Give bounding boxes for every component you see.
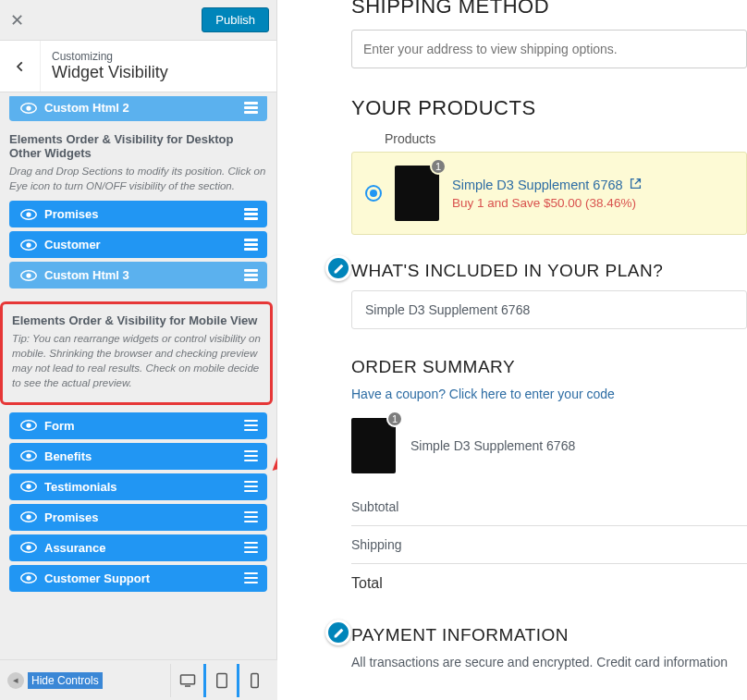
device-tablet-icon[interactable] <box>203 664 237 697</box>
shipping-address-input[interactable] <box>351 30 747 68</box>
widget-label: Custom Html 3 <box>39 268 244 282</box>
widget-customer-support[interactable]: Customer Support <box>9 565 267 592</box>
svg-point-9 <box>26 423 31 427</box>
product-image <box>395 166 439 221</box>
chevron-left-icon <box>14 60 27 73</box>
widget-customer-desktop[interactable]: Customer <box>9 231 267 258</box>
widget-form[interactable]: Form <box>9 412 267 439</box>
product-deal-text: Buy 1 and Save $50.00 (38.46%) <box>452 196 642 210</box>
total-label: Total <box>351 575 383 592</box>
payment-subtext: All transactions are secure and encrypte… <box>351 655 747 669</box>
hide-controls-link[interactable]: Hide Controls <box>28 672 103 689</box>
highlight-box-mobile: Elements Order & Visibility for Mobile V… <box>0 301 273 404</box>
page-title: Widget Visibility <box>52 63 168 82</box>
order-item-image <box>351 418 396 473</box>
quantity-badge: 1 <box>430 158 447 175</box>
order-item-name: Simple D3 Supplement 6768 <box>410 438 575 453</box>
svg-point-7 <box>26 273 31 277</box>
product-name-link[interactable]: Simple D3 Supplement 6768 <box>452 178 623 192</box>
widget-benefits[interactable]: Benefits <box>9 443 267 470</box>
widget-assurance[interactable]: Assurance <box>9 534 267 561</box>
product-radio[interactable] <box>365 185 382 202</box>
drag-handle-icon[interactable] <box>244 269 258 281</box>
svg-point-11 <box>26 453 31 458</box>
products-label: Products <box>385 131 747 146</box>
edit-shortcut-icon[interactable] <box>325 620 351 645</box>
drag-handle-icon[interactable] <box>244 450 258 462</box>
drag-handle-icon[interactable] <box>244 420 258 432</box>
drag-handle-icon[interactable] <box>244 239 258 251</box>
widget-label: Form <box>39 419 244 433</box>
drag-handle-icon[interactable] <box>244 511 258 523</box>
svg-point-1 <box>26 105 31 110</box>
eye-icon[interactable] <box>18 269 39 282</box>
eye-icon[interactable] <box>18 239 39 252</box>
your-products-title: YOUR PRODUCTS <box>351 96 747 120</box>
svg-point-17 <box>26 545 31 549</box>
device-desktop-icon[interactable] <box>170 664 203 697</box>
edit-shortcut-icon[interactable] <box>325 255 351 281</box>
section-title-mobile: Elements Order & Visibility for Mobile V… <box>12 313 261 327</box>
widget-label: Assurance <box>39 541 244 555</box>
section-tip-desktop: Drag and Drop Sections to modify its pos… <box>9 164 267 193</box>
widget-custom-html-3[interactable]: Custom Html 3 <box>9 262 267 289</box>
widget-label: Promises <box>39 510 244 524</box>
publish-button[interactable]: Publish <box>202 7 269 32</box>
svg-point-3 <box>26 212 31 216</box>
widget-label: Benefits <box>39 449 244 463</box>
shipping-method-title: SHIPPING METHOD <box>351 0 747 18</box>
product-card[interactable]: 1 Simple D3 Supplement 6768 Buy 1 and Sa… <box>351 152 747 235</box>
eye-icon[interactable] <box>18 480 39 493</box>
widget-testimonials[interactable]: Testimonials <box>9 473 267 500</box>
eye-icon[interactable] <box>18 541 39 554</box>
close-icon[interactable]: ✕ <box>7 10 26 31</box>
svg-point-19 <box>26 575 31 580</box>
coupon-link[interactable]: Have a coupon? Click here to enter your … <box>351 387 747 401</box>
widget-label: Testimonials <box>39 480 244 494</box>
svg-point-15 <box>26 514 31 519</box>
widget-promises-mobile[interactable]: Promises <box>9 504 267 531</box>
section-title-desktop: Elements Order & Visibility for Desktop … <box>9 132 267 160</box>
widget-label: Customer <box>39 238 244 252</box>
svg-rect-21 <box>216 673 227 687</box>
drag-handle-icon[interactable] <box>244 542 258 554</box>
svg-rect-20 <box>180 675 194 684</box>
drag-handle-icon[interactable] <box>244 572 258 584</box>
eye-icon[interactable] <box>18 102 39 115</box>
svg-point-5 <box>26 242 31 247</box>
whats-included-title: WHAT'S INCLUDED IN YOUR PLAN? <box>351 261 747 281</box>
order-quantity-badge: 1 <box>386 411 403 427</box>
drag-handle-icon[interactable] <box>244 208 258 220</box>
widget-label: Customer Support <box>39 571 244 585</box>
payment-information-title: PAYMENT INFORMATION <box>351 625 747 645</box>
eye-icon[interactable] <box>18 419 39 432</box>
order-summary-title: ORDER SUMMARY <box>351 357 747 377</box>
eye-icon[interactable] <box>18 510 39 523</box>
section-tip-mobile: Tip: You can rearrange widgets or contro… <box>12 331 261 390</box>
svg-point-13 <box>26 484 31 488</box>
widget-custom-html-2[interactable]: Custom Html 2 <box>9 96 267 121</box>
collapse-icon[interactable]: ◂ <box>7 672 24 689</box>
back-button[interactable] <box>0 41 41 92</box>
plan-item: Simple D3 Supplement 6768 <box>351 290 747 329</box>
eye-icon[interactable] <box>18 571 39 584</box>
drag-handle-icon[interactable] <box>244 102 258 114</box>
shipping-label: Shipping <box>351 537 402 552</box>
widget-label: Custom Html 2 <box>39 101 244 115</box>
eye-icon[interactable] <box>18 449 39 462</box>
breadcrumb-small: Customizing <box>52 50 168 63</box>
external-link-icon[interactable] <box>630 178 642 192</box>
eye-icon[interactable] <box>18 208 39 221</box>
widget-label: Promises <box>39 207 244 221</box>
device-mobile-icon[interactable] <box>237 664 270 697</box>
svg-rect-22 <box>251 673 259 687</box>
drag-handle-icon[interactable] <box>244 481 258 493</box>
widget-promises-desktop[interactable]: Promises <box>9 201 267 227</box>
subtotal-label: Subtotal <box>351 499 398 514</box>
